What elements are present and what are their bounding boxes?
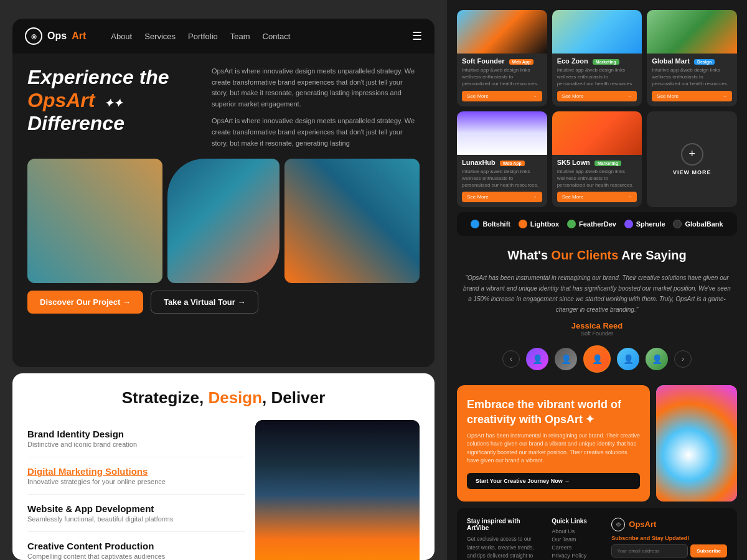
nav-about[interactable]: About [111, 32, 132, 41]
globalbank-icon [673, 220, 682, 228]
hamburger-icon[interactable]: ☰ [412, 29, 422, 43]
footer-link-team[interactable]: Our Team [552, 536, 601, 543]
portfolio-card-2: Eco Zoon Marketing Intuitive app &web de… [552, 10, 642, 106]
avatar-4[interactable]: 👤 [617, 348, 639, 370]
port-badge-3: Design [694, 59, 715, 65]
port-info-2: Eco Zoon Marketing Intuitive app &web de… [552, 54, 642, 106]
plus-icon: + [681, 143, 703, 166]
port-name-3: Global Mart Design [652, 57, 732, 65]
footer-link-about[interactable]: About Us [552, 528, 601, 534]
testimonial-avatars: ‹ 👤 👤 👤 👤 👤 › [457, 345, 737, 373]
service-title-3: Website & App Development [27, 503, 245, 514]
next-arrow[interactable]: › [674, 350, 692, 368]
services-list: Brand Identity Design Distinctive and ic… [27, 420, 245, 560]
port-name-4: LunaxHub Web App [462, 159, 542, 166]
cta-left: Embrace the vibrant world of creativity … [457, 385, 650, 502]
footer-col1-text: Get exclusive access to our latest works… [467, 535, 542, 560]
port-btn-2-label: See More [562, 93, 584, 99]
port-btn-3[interactable]: See More→ [652, 91, 732, 101]
subscribe-label: Subscribe and Stay Updated! [611, 535, 727, 541]
view-more-card[interactable]: + VIEW MORE [647, 111, 737, 208]
service-item-3[interactable]: Website & App Development Seamlessly fun… [27, 495, 245, 532]
cta-title: Embrace the vibrant world of creativity … [467, 398, 640, 427]
bottom-section: Strategize, Design, Deliver Brand Identi… [12, 373, 435, 560]
discover-button[interactable]: Discover Our Project → [27, 291, 143, 314]
port-info-3: Global Mart Design Intuitive app &web de… [647, 54, 737, 106]
sparkle-icon: ✦✦ [104, 97, 123, 110]
nav-team[interactable]: Team [230, 32, 250, 41]
right-scroll-content: Soft Founder Web App Intuitive app &web … [447, 0, 747, 560]
logo-boltshift: Boltshift [471, 220, 510, 228]
logo-spherule: Spherule [624, 220, 665, 228]
services-layout: Brand Identity Design Distinctive and ic… [27, 420, 420, 560]
port-name-2: Eco Zoon Marketing [557, 57, 637, 65]
service-item-1[interactable]: Brand Identity Design Distinctive and ic… [27, 420, 245, 457]
hero-title-brand: OpsArt [27, 89, 95, 111]
logo[interactable]: ◎ OpsArt [25, 27, 86, 45]
hero-image-1-inner [27, 159, 162, 283]
featherdev-label: FeatherDev [579, 220, 616, 228]
nav-links: About Services Portfolio Team Contact [111, 32, 290, 41]
logo-ops: Ops [47, 30, 67, 42]
subscribe-button[interactable]: Subscribe [690, 544, 727, 558]
testimonial-quote: "OpsArt has been instrumental in reimagi… [457, 273, 737, 315]
footer-col-3: ◎ OpsArt Subscribe and Stay Updated! Sub… [611, 518, 727, 560]
test-heading-1: What's [507, 248, 551, 262]
test-heading-orange: Our Clients [552, 248, 619, 262]
browser-card: ◎ OpsArt About Services Portfolio Team C… [12, 19, 435, 367]
cta-title-brand: OpsArt [545, 413, 583, 426]
avatar-3-active[interactable]: 👤 [583, 345, 611, 373]
right-panel: Soft Founder Web App Intuitive app &web … [447, 0, 747, 560]
service-item-2[interactable]: Digital Marketing Solutions Innovative s… [27, 457, 245, 495]
port-desc-4: Intuitive app &web design links wellness… [462, 168, 542, 189]
footer-logo-icon: ◎ [611, 518, 625, 531]
avatar-1[interactable]: 👤 [526, 348, 548, 370]
service-desc-4: Compelling content that captivates audie… [27, 553, 245, 560]
nav-services[interactable]: Services [144, 32, 176, 41]
service-title-2: Digital Marketing Solutions [27, 466, 245, 477]
service-item-4[interactable]: Creative Content Production Compelling c… [27, 532, 245, 560]
nav-contact[interactable]: Contact [263, 32, 291, 41]
hero-buttons: Discover Our Project → Take a Virtual To… [27, 291, 420, 314]
nav-portfolio[interactable]: Portfolio [188, 32, 218, 41]
test-heading-2: Are Saying [618, 248, 686, 262]
tagline-part2: Design [208, 388, 262, 407]
port-btn-5[interactable]: See More→ [557, 192, 637, 202]
port-btn-4[interactable]: See More→ [462, 192, 542, 202]
featherdev-icon [567, 220, 576, 228]
arrow-icon-3: → [722, 93, 727, 99]
footer-link-privacy[interactable]: Privacy Policy [552, 553, 601, 559]
hero-image-2-inner [167, 159, 280, 283]
footer-logo-text: OpsArt [629, 520, 656, 529]
hero-desc1: OpsArt is where innovative design meets … [212, 66, 420, 110]
port-btn-1[interactable]: See More→ [462, 91, 542, 101]
portfolio-grid: Soft Founder Web App Intuitive app &web … [447, 0, 747, 212]
hero-image-1 [27, 159, 162, 283]
service-image-inner [255, 420, 420, 560]
testimonial-heading: What's Our Clients Are Saying [457, 248, 737, 263]
subscribe-input[interactable] [611, 544, 688, 558]
tagline-part1: Strategize, [122, 388, 209, 407]
arrow-icon-5: → [627, 194, 632, 200]
testimonial-role: Soft Founder [457, 330, 737, 337]
port-name-1: Soft Founder Web App [462, 57, 542, 65]
logos-bar: Boltshift Lightbox FeatherDev Spherule G… [457, 212, 737, 236]
avatar-5[interactable]: 👤 [646, 348, 668, 370]
port-info-5: SK5 Lown Marketing Intuitive app &web de… [552, 155, 642, 208]
port-btn-5-label: See More [562, 194, 584, 200]
arrow-icon-2: → [627, 93, 632, 99]
boltshift-icon [471, 220, 479, 228]
port-thumb-5 [552, 111, 642, 155]
cta-journey-button[interactable]: Start Your Creative Journey Now → [467, 473, 640, 489]
port-btn-2[interactable]: See More→ [557, 91, 637, 101]
virtual-tour-button[interactable]: Take a Virtual Tour → [151, 291, 258, 314]
port-badge-5: Marketing [594, 161, 621, 166]
hero-title-block: Experience the OpsArt ✦✦ Difference [27, 66, 202, 149]
avatar-2[interactable]: 👤 [555, 348, 577, 370]
lightbox-label: Lightbox [530, 220, 559, 228]
footer-link-careers[interactable]: Careers [552, 544, 601, 551]
footer-logo: ◎ OpsArt [611, 518, 727, 531]
port-thumb-4 [457, 111, 547, 155]
boltshift-label: Boltshift [482, 220, 510, 228]
prev-arrow[interactable]: ‹ [502, 350, 520, 368]
